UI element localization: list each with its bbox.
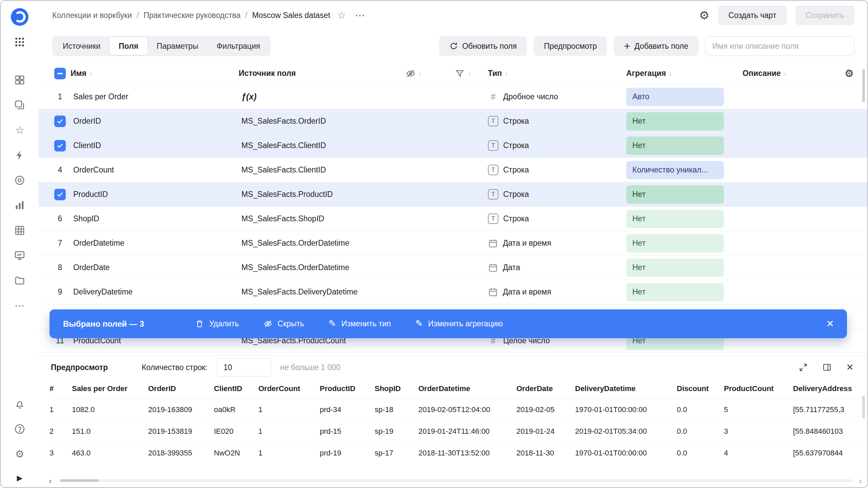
column-header-description[interactable]: Описание↓: [743, 69, 835, 78]
table-row[interactable]: 1Sales per Orderƒ(x)#Дробное числоАвто: [39, 85, 867, 109]
save-button[interactable]: Сохранить: [795, 5, 854, 25]
table-row[interactable]: 6ShopIDMS_SalesFacts.ShopIDTСтрокаНет: [39, 207, 867, 231]
field-type[interactable]: Дата и время: [488, 287, 626, 297]
sort-arrow-icon[interactable]: ↓: [505, 70, 508, 77]
tab-0[interactable]: Источники: [54, 37, 110, 55]
column-header-name[interactable]: Имя↓: [71, 69, 239, 78]
row-count-input[interactable]: [217, 358, 271, 377]
table-row[interactable]: OrderIDMS_SalesFacts.OrderIDTСтрокаНет: [39, 109, 867, 134]
aggregation-badge[interactable]: Авто: [626, 88, 724, 106]
table-row[interactable]: ProductIDMS_SalesFacts.ProductIDTСтрокаН…: [39, 182, 867, 207]
field-name[interactable]: OrderDatetime: [71, 239, 239, 248]
field-type[interactable]: Дата: [488, 263, 626, 273]
preview-close-icon[interactable]: ✕: [846, 363, 854, 372]
star-icon[interactable]: ☆: [12, 123, 27, 138]
selection-action-2[interactable]: ✎Изменить тип: [329, 319, 391, 328]
sort-arrow-icon[interactable]: ↓: [468, 70, 471, 77]
create-chart-button[interactable]: Создать чарт: [718, 5, 786, 25]
column-header-filter[interactable]: ↓: [455, 68, 488, 79]
selection-action-1[interactable]: Скрыть: [263, 319, 304, 328]
table-row[interactable]: 7OrderDatetimeMS_SalesFacts.OrderDatetim…: [39, 231, 867, 256]
refresh-fields-button[interactable]: Обновить поля: [439, 36, 527, 56]
table-settings-gear-icon[interactable]: ⚙: [845, 68, 854, 79]
selection-close-icon[interactable]: ✕: [826, 319, 834, 329]
tiles-icon[interactable]: [12, 73, 27, 87]
aggregation-badge[interactable]: Нет: [626, 137, 724, 155]
table-row[interactable]: ClientIDMS_SalesFacts.ClientIDTСтрокаНет: [39, 134, 867, 158]
grid-table-icon[interactable]: [12, 223, 27, 238]
column-header-aggregation[interactable]: Агрегация↓: [626, 69, 743, 78]
aggregation-badge[interactable]: Нет: [626, 283, 724, 301]
monitor-icon[interactable]: [12, 248, 27, 263]
column-header-type[interactable]: Тип↓: [488, 69, 626, 78]
field-search-input[interactable]: [705, 36, 854, 56]
field-type[interactable]: TСтрока: [488, 214, 626, 224]
tab-active-1[interactable]: Поля: [110, 37, 147, 55]
select-all-checkbox[interactable]: [54, 68, 66, 79]
favorite-star-icon[interactable]: ☆: [337, 10, 346, 20]
table-row[interactable]: 8OrderDateMS_SalesFacts.OrderDatetimeДат…: [39, 256, 867, 280]
selection-action-3[interactable]: ✎Изменить агрегацию: [415, 319, 503, 328]
field-name[interactable]: ShopID: [71, 214, 239, 223]
table-row[interactable]: 9DeliveryDatetimeMS_SalesFacts.DeliveryD…: [39, 280, 867, 304]
field-type[interactable]: Дата и время: [488, 238, 626, 248]
bar-chart-icon[interactable]: [12, 198, 27, 213]
aggregation-badge[interactable]: Нет: [626, 185, 724, 204]
aggregation-badge[interactable]: Нет: [626, 259, 724, 277]
lightning-icon[interactable]: [12, 148, 27, 163]
help-icon[interactable]: [12, 422, 27, 436]
table-row[interactable]: 4OrderCountMS_SalesFacts.ClientIDTСтрока…: [39, 158, 867, 182]
tab-2[interactable]: Параметры: [147, 37, 208, 55]
more-menu-icon[interactable]: ⋯: [355, 10, 366, 20]
aggregation-badge[interactable]: Нет: [626, 112, 724, 130]
preview-vertical-scrollbar[interactable]: [862, 396, 865, 418]
field-type[interactable]: TСтрока: [488, 165, 626, 175]
field-name[interactable]: OrderDate: [71, 263, 239, 272]
field-name[interactable]: ProductID: [71, 190, 239, 199]
sort-arrow-icon[interactable]: ↓: [419, 70, 422, 77]
aggregation-badge[interactable]: Нет: [626, 234, 724, 252]
field-type[interactable]: TСтрока: [488, 189, 626, 200]
field-name[interactable]: OrderCount: [71, 165, 239, 175]
horizontal-scrollbar[interactable]: [60, 479, 852, 482]
field-name[interactable]: ClientID: [71, 141, 239, 150]
ellipsis-icon[interactable]: ⋯: [12, 298, 27, 313]
tab-3[interactable]: Фильтрация: [208, 37, 270, 55]
disc-icon[interactable]: [12, 173, 27, 188]
add-field-button[interactable]: + Добавить поле: [614, 36, 698, 56]
row-checkbox-checked[interactable]: [54, 116, 66, 127]
bell-icon[interactable]: [12, 396, 27, 411]
column-header-source[interactable]: Источник поля: [239, 69, 406, 78]
sort-arrow-icon[interactable]: ↓: [90, 70, 93, 77]
settings-gear-icon[interactable]: ⚙: [12, 447, 27, 462]
apps-grid-icon[interactable]: [12, 35, 27, 49]
column-header-hidden[interactable]: ↓: [406, 68, 455, 79]
datalens-logo[interactable]: [11, 8, 28, 26]
sort-arrow-icon[interactable]: ↓: [669, 70, 672, 77]
field-type[interactable]: TСтрока: [488, 140, 626, 151]
aggregation-badge[interactable]: Количество уникал...: [626, 161, 724, 179]
field-name[interactable]: OrderID: [71, 117, 239, 126]
row-checkbox-checked[interactable]: [54, 189, 66, 200]
copy-icon[interactable]: [12, 98, 27, 113]
expand-icon[interactable]: [798, 363, 808, 372]
dataset-settings-gear-icon[interactable]: ⚙: [699, 9, 709, 21]
row-checkbox-checked[interactable]: [54, 140, 66, 151]
field-name[interactable]: DeliveryDatetime: [71, 287, 239, 297]
aggregation-badge[interactable]: Нет: [626, 210, 724, 228]
folder-icon[interactable]: [12, 273, 27, 288]
field-type[interactable]: #Дробное число: [488, 92, 626, 102]
main-vertical-scrollbar[interactable]: [862, 69, 865, 102]
field-type[interactable]: TСтрока: [488, 116, 626, 126]
breadcrumb-workbook[interactable]: Практические руководства: [143, 11, 240, 20]
selection-action-0[interactable]: Удалить: [195, 319, 239, 328]
preview-button[interactable]: Предпросмотр: [534, 36, 607, 56]
horizontal-scrollbar-thumb[interactable]: [60, 479, 98, 482]
breadcrumb-collections[interactable]: Коллекции и воркбуки: [52, 11, 132, 20]
sidebar-expand-icon[interactable]: ▶: [17, 474, 23, 483]
sort-arrow-icon[interactable]: ↓: [784, 70, 787, 77]
hscroll-right-icon[interactable]: ›: [859, 476, 862, 485]
field-name[interactable]: Sales per Order: [71, 92, 239, 101]
hscroll-left-icon[interactable]: ‹: [49, 476, 52, 485]
panel-layout-icon[interactable]: [822, 363, 832, 372]
